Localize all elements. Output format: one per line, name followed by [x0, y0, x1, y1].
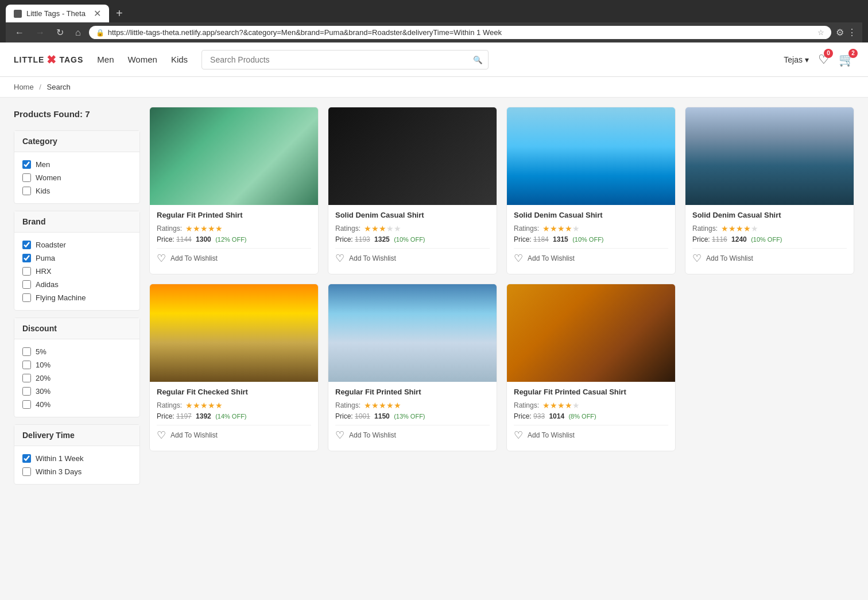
price-label-5: Price: [335, 412, 353, 420]
filter-discount-5[interactable]: 5% [22, 345, 131, 358]
checkbox-hrx[interactable] [22, 267, 31, 276]
stars-5: ★★★★★ [364, 401, 401, 410]
product-card-2[interactable]: Solid Denim Casual Shirt Ratings: ★★★★★ … [506, 107, 676, 274]
cart-button[interactable]: 🛒 2 [839, 52, 854, 67]
filter-delivery-week[interactable]: Within 1 Week [22, 452, 131, 465]
browser-tab-active[interactable]: Little Tags - Theta ✕ [6, 5, 109, 22]
heart-icon-1[interactable]: ♡ [335, 252, 344, 265]
product-card-0[interactable]: Regular Fit Printed Shirt Ratings: ★★★★★… [149, 107, 319, 274]
checkbox-women[interactable] [22, 173, 31, 182]
ratings-label-2: Ratings: [514, 224, 539, 233]
filter-brand-flying-machine[interactable]: Flying Machine [22, 291, 131, 304]
star-3: ★ [736, 224, 743, 233]
checkbox-kids[interactable] [22, 187, 31, 195]
star-5: ★ [215, 224, 223, 233]
filter-discount-20[interactable]: 20% [22, 371, 131, 385]
category-filter-body: Men Women Kids [14, 152, 140, 203]
heart-icon-4[interactable]: ♡ [157, 429, 166, 442]
checkbox-10pct[interactable] [22, 361, 31, 369]
checkbox-men[interactable] [22, 160, 31, 169]
filter-delivery-3days[interactable]: Within 3 Days [22, 465, 131, 478]
checkbox-flying-machine[interactable] [22, 293, 31, 302]
star-3: ★ [200, 401, 208, 410]
user-dropdown-icon: ▾ [805, 55, 809, 64]
product-ratings-6: Ratings: ★★★★★ [514, 401, 668, 410]
checkbox-adidas[interactable] [22, 280, 31, 289]
address-bar[interactable]: 🔒 https://little-tags-theta.netlify.app/… [89, 26, 831, 39]
price-off-0: (12% OFF) [215, 236, 246, 243]
logo-tags: TAGS [59, 55, 83, 64]
filter-category-women[interactable]: Women [22, 171, 131, 184]
price-label-0: Price: [157, 235, 175, 243]
ratings-label-6: Ratings: [514, 401, 539, 409]
breadcrumb-home[interactable]: Home [14, 83, 34, 91]
header-right: Tejas ▾ ♡ 0 🛒 2 [784, 52, 854, 67]
product-title-0: Regular Fit Printed Shirt [157, 211, 311, 220]
add-to-wishlist-button-4[interactable]: Add To Wishlist [170, 431, 218, 439]
heart-icon-0[interactable]: ♡ [157, 252, 166, 265]
product-grid: Regular Fit Printed Shirt Ratings: ★★★★★… [149, 107, 854, 600]
add-to-wishlist-button-1[interactable]: Add To Wishlist [349, 254, 396, 262]
filter-discount-30[interactable]: 30% [22, 385, 131, 398]
checkbox-within-3days[interactable] [22, 467, 31, 476]
user-menu-button[interactable]: Tejas ▾ [784, 55, 809, 64]
nav-men[interactable]: Men [97, 55, 114, 64]
heart-icon-2[interactable]: ♡ [514, 252, 523, 265]
user-name: Tejas [784, 55, 803, 64]
heart-icon-3[interactable]: ♡ [692, 252, 702, 265]
checkbox-30pct[interactable] [22, 387, 31, 396]
filter-discount-40[interactable]: 40% [22, 398, 131, 411]
add-to-wishlist-button-5[interactable]: Add To Wishlist [349, 431, 396, 439]
tab-close-button[interactable]: ✕ [94, 8, 101, 19]
product-card-6[interactable]: Regular Fit Printed Casual Shirt Ratings… [506, 284, 676, 451]
bookmark-icon: ☆ [817, 28, 824, 37]
product-card-4[interactable]: Regular Fit Checked Shirt Ratings: ★★★★★… [149, 284, 319, 451]
wishlist-button[interactable]: ♡ 0 [818, 52, 830, 67]
checkbox-20pct[interactable] [22, 374, 31, 382]
back-button[interactable]: ← [11, 26, 28, 39]
filter-discount-10[interactable]: 10% [22, 358, 131, 371]
logo-icon: ✖ [46, 53, 57, 67]
home-button[interactable]: ⌂ [72, 26, 84, 39]
heart-icon-5[interactable]: ♡ [335, 429, 344, 442]
new-tab-button[interactable]: + [111, 5, 127, 22]
checkbox-within-week[interactable] [22, 454, 31, 463]
nav-kids[interactable]: Kids [171, 55, 188, 64]
checkbox-roadster[interactable] [22, 241, 31, 249]
price-original-0: 1144 [176, 235, 192, 243]
nav-links: Men Women Kids [97, 55, 188, 64]
filter-brand-puma[interactable]: Puma [22, 251, 131, 265]
checkbox-5pct[interactable] [22, 347, 31, 356]
logo[interactable]: LITTLE ✖ TAGS [14, 53, 83, 67]
extensions-icon[interactable]: ⚙ [836, 27, 844, 38]
price-current-3: 1240 [731, 235, 747, 243]
filter-brand-roadster[interactable]: Roadster [22, 238, 131, 251]
filter-brand-adidas[interactable]: Adidas [22, 278, 131, 291]
heart-icon-6[interactable]: ♡ [514, 429, 523, 442]
product-price-4: Price: 1197 1392 (14% OFF) [157, 412, 311, 420]
add-to-wishlist-button-2[interactable]: Add To Wishlist [528, 254, 575, 262]
product-card-5[interactable]: Regular Fit Printed Shirt Ratings: ★★★★★… [328, 284, 497, 451]
filter-brand-hrx[interactable]: HRX [22, 265, 131, 278]
product-card-1[interactable]: Solid Denim Casual Shirt Ratings: ★★★★★ … [328, 107, 497, 274]
checkbox-40pct[interactable] [22, 400, 31, 409]
add-to-wishlist-button-0[interactable]: Add To Wishlist [170, 254, 218, 262]
search-button[interactable]: 🔍 [473, 55, 483, 64]
search-input[interactable] [202, 50, 489, 69]
product-price-0: Price: 1144 1300 (12% OFF) [157, 235, 311, 243]
breadcrumb: Home / Search [0, 77, 868, 98]
product-info-3: Solid Denim Casual Shirt Ratings: ★★★★★ … [685, 205, 854, 274]
price-off-2: (10% OFF) [572, 236, 603, 243]
product-card-3[interactable]: Solid Denim Casual Shirt Ratings: ★★★★★ … [685, 107, 854, 274]
add-to-wishlist-button-3[interactable]: Add To Wishlist [706, 254, 753, 262]
add-to-wishlist-button-6[interactable]: Add To Wishlist [528, 431, 575, 439]
reload-button[interactable]: ↻ [53, 26, 67, 39]
checkbox-puma[interactable] [22, 254, 31, 262]
filter-category-kids[interactable]: Kids [22, 184, 131, 198]
more-menu-icon[interactable]: ⋮ [847, 27, 857, 38]
nav-women[interactable]: Women [127, 55, 157, 64]
product-info-5: Regular Fit Printed Shirt Ratings: ★★★★★… [328, 382, 497, 451]
price-label-4: Price: [157, 412, 175, 420]
forward-button[interactable]: → [32, 26, 48, 39]
filter-category-men[interactable]: Men [22, 158, 131, 171]
